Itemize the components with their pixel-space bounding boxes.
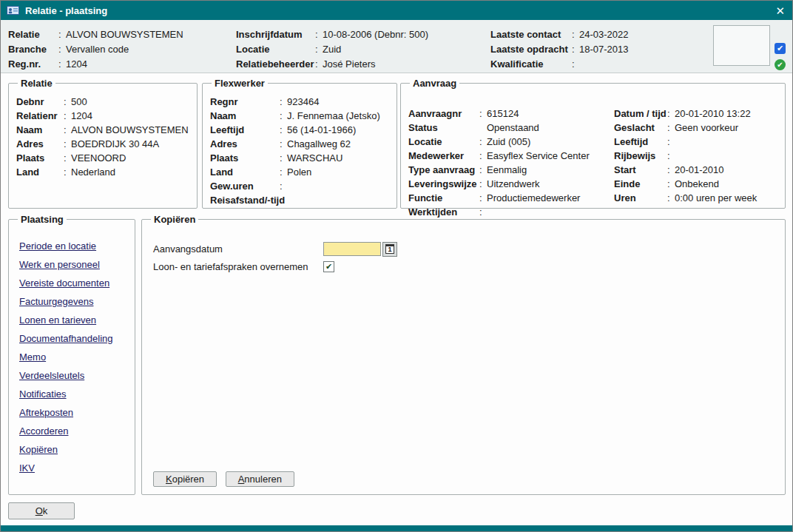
bottom-strip bbox=[1, 525, 792, 531]
link-memo[interactable]: Memo bbox=[19, 348, 127, 366]
field-label: Branche bbox=[8, 42, 58, 57]
header-column-relatie: Relatie:ALVON BOUWSYSTEMEN Branche:Verva… bbox=[8, 27, 183, 72]
ok-button[interactable]: Ok bbox=[8, 502, 75, 519]
field-row: Uren:0:00 uren per week bbox=[614, 191, 757, 205]
field-value: Zuid (005) bbox=[487, 136, 530, 147]
fieldset-flexwerker: Flexwerker Regnr:923464 Naam:J. Fennemaa… bbox=[202, 78, 397, 209]
field-value: Openstaand bbox=[487, 122, 539, 133]
field-row: Leveringswijze:Uitzendwerk bbox=[408, 177, 590, 191]
field-value: 500 bbox=[71, 96, 87, 107]
field-label: Laatste opdracht bbox=[490, 42, 572, 57]
kopieren-button[interactable]: Kopiëren bbox=[153, 471, 217, 487]
field-row: Geslacht:Geen voorkeur bbox=[614, 121, 757, 135]
header-field-row: Relatie:ALVON BOUWSYSTEMEN bbox=[8, 27, 183, 42]
fieldset-aanvraag: Aanvraag Aanvraagnr:615124 StatusOpensta… bbox=[400, 78, 786, 209]
field-value: Chagallweg 62 bbox=[287, 138, 351, 149]
field-row: Reisafstand/-tijd: bbox=[210, 193, 389, 207]
link-aftrekposten[interactable]: Aftrekposten bbox=[19, 403, 127, 422]
field-label: Type aanvraag bbox=[408, 163, 479, 177]
aanvraag-left-column: Aanvraagnr:615124 StatusOpenstaand Locat… bbox=[408, 107, 590, 219]
window-title: Relatie - plaatsing bbox=[25, 5, 775, 16]
status-ok-icon: ✔ bbox=[775, 59, 786, 70]
field-value: 1204 bbox=[71, 110, 92, 121]
titlebar: Relatie - plaatsing ✕ bbox=[1, 1, 792, 20]
field-label: Datum / tijd bbox=[614, 107, 667, 121]
field-label: Debnr bbox=[16, 95, 64, 109]
field-label: Locatie bbox=[408, 135, 479, 149]
link-ikv[interactable]: IKV bbox=[19, 459, 127, 477]
field-row: Aanvraagnr:615124 bbox=[408, 107, 590, 121]
header-summary: Relatie:ALVON BOUWSYSTEMEN Branche:Verva… bbox=[1, 20, 792, 73]
fieldset-legend: Kopiëren bbox=[151, 214, 198, 225]
field-label: Relatiebeheerder bbox=[236, 57, 315, 72]
field-label: Relatienr bbox=[16, 109, 64, 123]
calendar-icon: 1 bbox=[385, 244, 394, 254]
header-field-row: Inschrijfdatum:10-08-2006 (Debnr: 500) bbox=[236, 27, 428, 42]
fieldset-legend: Plaatsing bbox=[18, 214, 67, 225]
fieldset-legend: Aanvraag bbox=[410, 78, 459, 89]
field-row: Rijbewijs: bbox=[614, 149, 757, 163]
field-label: Gew.uren bbox=[210, 179, 280, 193]
header-blue-checkbox[interactable]: ✔ bbox=[775, 43, 786, 54]
field-value: Zuid bbox=[323, 44, 341, 55]
kopieren-button-row: Kopiëren Annuleren bbox=[153, 471, 300, 487]
field-row: Debnr:500 bbox=[16, 95, 189, 109]
check-icon: ✔ bbox=[325, 263, 332, 271]
field-value: ALVON BOUWSYSTEMEN bbox=[66, 29, 183, 40]
header-field-row: Kwalificatie: bbox=[490, 57, 629, 72]
header-field-row: Laatste contact:24-03-2022 bbox=[490, 27, 629, 42]
annuleren-button[interactable]: Annuleren bbox=[226, 471, 294, 487]
link-periode-en-locatie[interactable]: Periode en locatie bbox=[19, 237, 127, 255]
field-row: Land:Polen bbox=[210, 165, 389, 179]
field-label: Land bbox=[210, 165, 280, 179]
link-verdeelsleutels[interactable]: Verdeelsleutels bbox=[19, 366, 127, 385]
link-factuurgegevens[interactable]: Factuurgegevens bbox=[19, 292, 127, 311]
aanvraag-right-column: Datum / tijd:20-01-2010 13:22 Geslacht:G… bbox=[614, 107, 757, 205]
plaatsing-link-list: Periode en locatie Werk en personeel Ver… bbox=[16, 231, 127, 477]
link-lonen-en-tarieven[interactable]: Lonen en tarieven bbox=[19, 311, 127, 329]
field-value: José Pieters bbox=[323, 58, 376, 70]
close-icon[interactable]: ✕ bbox=[775, 5, 785, 16]
field-value: Eenmalig bbox=[487, 164, 527, 175]
field-label: Relatie bbox=[8, 27, 58, 42]
field-label: Reg.nr. bbox=[8, 57, 58, 72]
field-value: Easyflex Service Center bbox=[487, 150, 590, 161]
field-value: 1204 bbox=[66, 58, 87, 70]
field-row: Regnr:923464 bbox=[210, 95, 389, 109]
field-value: 24-03-2022 bbox=[579, 29, 629, 40]
field-value: Productiemedewerker bbox=[487, 192, 580, 203]
field-row: Type aanvraag:Eenmalig bbox=[408, 163, 590, 177]
fieldset-legend: Flexwerker bbox=[212, 78, 268, 89]
field-label: Land bbox=[16, 165, 64, 179]
field-label: Reisafstand/-tijd bbox=[210, 193, 280, 207]
field-row: Plaats:WARSCHAU bbox=[210, 151, 389, 165]
aanvangsdatum-label: Aanvangsdatum bbox=[153, 243, 323, 255]
fieldset-plaatsing: Plaatsing Periode en locatie Werk en per… bbox=[8, 214, 135, 495]
link-kopieren[interactable]: Kopiëren bbox=[19, 440, 127, 459]
field-value: BOEDRDIJK 30 44A bbox=[71, 138, 159, 149]
field-label: Naam bbox=[16, 123, 64, 137]
field-row: Plaats:VEENOORD bbox=[16, 151, 189, 165]
field-label: Adres bbox=[210, 137, 280, 151]
field-row: Functie:Productiemedewerker bbox=[408, 191, 590, 205]
field-row: Leeftijd: bbox=[614, 135, 757, 149]
check-icon: ✔ bbox=[777, 61, 783, 69]
header-field-row: Laatste opdracht:18-07-2013 bbox=[490, 42, 629, 57]
overnemen-checkbox[interactable]: ✔ bbox=[323, 261, 334, 272]
field-row: Adres:BOEDRDIJK 30 44A bbox=[16, 137, 189, 151]
fieldset-legend: Relatie bbox=[18, 78, 55, 89]
check-icon: ✔ bbox=[777, 44, 783, 53]
field-label: Regnr bbox=[210, 95, 280, 109]
link-vereiste-documenten[interactable]: Vereiste documenten bbox=[19, 274, 127, 292]
link-notificaties[interactable]: Notificaties bbox=[19, 385, 127, 403]
link-werk-en-personeel[interactable]: Werk en personeel bbox=[19, 255, 127, 274]
field-value: VEENOORD bbox=[71, 152, 126, 164]
calendar-button[interactable]: 1 bbox=[382, 242, 397, 257]
link-documentafhandeling[interactable]: Documentafhandeling bbox=[19, 329, 127, 348]
field-label: Plaats bbox=[210, 151, 280, 165]
link-accorderen[interactable]: Accorderen bbox=[19, 422, 127, 440]
field-label: Plaats bbox=[16, 151, 64, 165]
field-row: Start:20-01-2010 bbox=[614, 163, 757, 177]
aanvangsdatum-input[interactable] bbox=[323, 242, 381, 256]
field-value: J. Fennemaa (Jetsko) bbox=[287, 110, 380, 121]
